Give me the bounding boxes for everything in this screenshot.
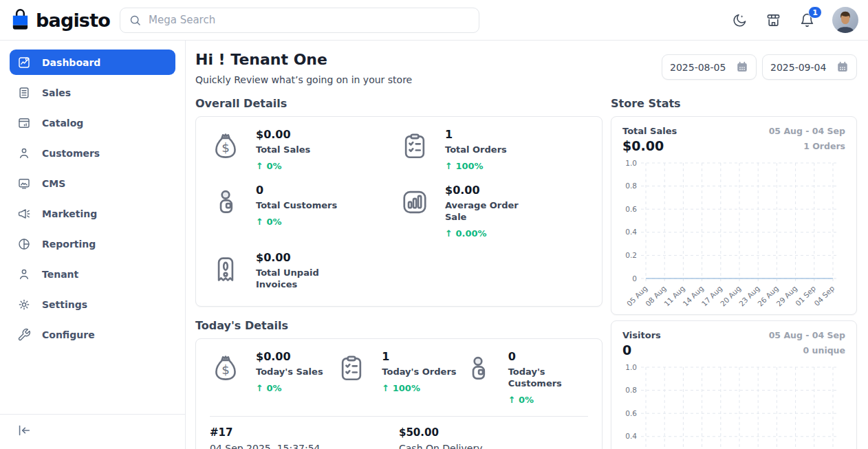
stat-todays-customers: 0 Today's Customers ↑ 0%: [462, 350, 588, 405]
svg-text:0.4: 0.4: [625, 432, 637, 440]
search-icon: [129, 14, 142, 27]
calendar-icon: [836, 61, 849, 74]
stat-value: $0.00: [256, 350, 323, 363]
svg-text:0.8: 0.8: [625, 182, 637, 190]
stat-label: Total Unpaid Invoices: [256, 267, 338, 291]
chart-meta: 1 Orders: [769, 141, 845, 151]
sidebar-item-cms[interactable]: CMS: [10, 171, 175, 196]
reporting-icon: [17, 237, 31, 251]
latest-order-row[interactable]: #17 04 Sep 2025, 15:37:54 $50.00 Cash On…: [210, 416, 588, 449]
sidebar-footer: [0, 414, 185, 449]
unpaid-invoice-icon: [210, 251, 241, 296]
stat-label: Total Sales: [256, 144, 310, 156]
sidebar-item-label: Tenant: [42, 269, 78, 280]
stat-change: ↑ 0.00%: [445, 228, 528, 239]
sidebar-item-reporting[interactable]: Reporting: [10, 231, 175, 256]
order-datetime: 04 Sep 2025, 15:37:54: [210, 443, 399, 449]
chart-date-range: 05 Aug - 04 Sep: [769, 330, 845, 340]
stat-label: Today's Orders: [382, 366, 456, 378]
user-avatar[interactable]: [832, 7, 858, 33]
mega-search-bar[interactable]: [120, 8, 479, 33]
topbar: bagisto 1: [0, 0, 868, 41]
sidebar: Dashboard Sales Catalog: [0, 41, 186, 449]
stat-value: 0: [256, 184, 337, 197]
stat-change: ↑ 0%: [256, 217, 337, 227]
sidebar-item-label: Catalog: [42, 118, 83, 129]
visitors-line-chart: 1.00.80.60.40.2005 Aug08 Aug11 Aug14 Aug…: [622, 360, 845, 449]
stat-change: ↑ 0%: [256, 383, 323, 393]
store-switcher[interactable]: [765, 12, 781, 28]
store-stats-title: Store Stats: [611, 97, 857, 110]
cms-icon: [17, 177, 31, 190]
sidebar-item-label: CMS: [42, 178, 65, 189]
catalog-icon: [17, 116, 31, 130]
stat-value: 0: [508, 350, 588, 363]
money-bag-icon: $: [210, 350, 241, 405]
orders-clipboard-icon: [336, 350, 367, 405]
stat-label: Total Orders: [445, 144, 507, 156]
shopping-bag-logo-icon: [10, 8, 31, 32]
todays-details-card: $ $0.00 Today's Sales ↑ 0%: [195, 338, 603, 449]
calendar-icon: [736, 61, 748, 74]
order-payment-method: Cash On Delivery: [399, 443, 588, 449]
stat-change: ↑ 100%: [382, 383, 456, 393]
order-amount: $50.00: [399, 426, 588, 439]
topbar-actions: 1: [731, 7, 858, 33]
sales-icon: [17, 86, 31, 100]
svg-text:$: $: [221, 362, 230, 377]
svg-text:0.6: 0.6: [625, 409, 637, 417]
sidebar-item-settings[interactable]: Settings: [10, 292, 175, 317]
stat-label: Today's Customers: [508, 366, 588, 390]
chart-date-range: 05 Aug - 04 Sep: [769, 126, 845, 136]
page-subtitle: Quickly Review what’s going on in your s…: [195, 74, 412, 85]
dashboard-icon: [17, 56, 31, 69]
chart-value: $0.00: [622, 138, 677, 153]
search-input[interactable]: [149, 14, 470, 26]
storefront-icon: [766, 12, 781, 28]
sidebar-item-tenant[interactable]: Tenant: [10, 261, 175, 287]
svg-text:$: $: [221, 140, 230, 155]
collapse-sidebar-button[interactable]: [17, 423, 32, 438]
sidebar-item-configure[interactable]: Configure: [10, 322, 175, 347]
stat-change: ↑ 0%: [256, 161, 310, 171]
stat-value: $0.00: [256, 251, 338, 264]
date-from-picker[interactable]: [662, 54, 757, 80]
stat-average-order-sale: $0.00 Average Order Sale ↑ 0.00%: [399, 184, 588, 239]
sidebar-item-label: Configure: [42, 329, 95, 340]
customers-icon: [17, 146, 31, 160]
tenant-icon: [17, 267, 31, 281]
chart-title: Total Sales: [622, 126, 677, 136]
bar-chart-icon: [399, 184, 431, 239]
sidebar-item-marketing[interactable]: Marketing: [10, 201, 175, 226]
stat-total-unpaid-invoices: $0.00 Total Unpaid Invoices: [210, 251, 399, 296]
date-to-picker[interactable]: [762, 54, 857, 80]
dark-mode-toggle[interactable]: [731, 12, 748, 28]
main-content: Hi ! Tenant One Quickly Review what’s go…: [186, 41, 868, 449]
stat-value: 1: [445, 128, 507, 141]
stat-value: $0.00: [445, 184, 528, 197]
stat-value: $0.00: [256, 128, 310, 141]
svg-text:0.2: 0.2: [625, 251, 637, 259]
notification-count-badge: 1: [808, 6, 822, 19]
sidebar-item-sales[interactable]: Sales: [10, 80, 175, 105]
total-sales-line-chart: 1.00.80.60.40.2005 Aug08 Aug11 Aug14 Aug…: [622, 156, 845, 307]
chart-meta: 0 unique: [769, 345, 845, 355]
date-from-input[interactable]: [670, 62, 736, 73]
sidebar-item-dashboard[interactable]: Dashboard: [10, 50, 175, 75]
stat-change: ↑ 0%: [508, 395, 588, 405]
svg-text:0: 0: [632, 274, 637, 283]
stat-todays-orders: 1 Today's Orders ↑ 100%: [336, 350, 462, 405]
marketing-icon: [17, 207, 31, 221]
sidebar-item-catalog[interactable]: Catalog: [10, 110, 175, 135]
sidebar-item-customers[interactable]: Customers: [10, 140, 175, 166]
customer-icon: [462, 350, 494, 405]
bagisto-logo[interactable]: bagisto: [10, 8, 110, 32]
sidebar-item-label: Settings: [42, 299, 87, 310]
svg-text:1.0: 1.0: [625, 363, 637, 371]
svg-text:1.0: 1.0: [625, 159, 637, 167]
notifications-button[interactable]: 1: [799, 12, 815, 28]
sidebar-item-label: Reporting: [42, 239, 96, 250]
date-to-input[interactable]: [770, 62, 836, 73]
sidebar-item-label: Dashboard: [42, 57, 100, 68]
stat-total-customers: 0 Total Customers ↑ 0%: [210, 184, 399, 239]
